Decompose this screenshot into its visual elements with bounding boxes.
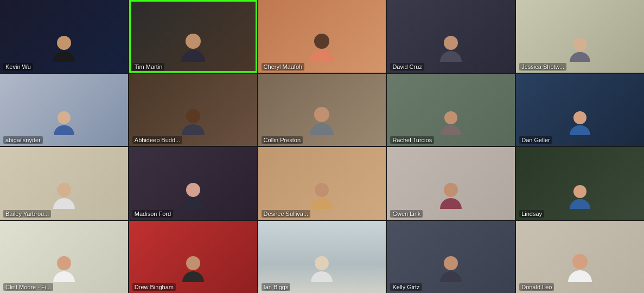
participant-name-3: Cheryl Maafoh bbox=[262, 63, 305, 71]
participant-name-19: Kelly Girtz bbox=[390, 283, 422, 291]
participant-tile-16[interactable]: Clint Moore - Fi... bbox=[0, 221, 128, 294]
participant-tile-19[interactable]: Kelly Girtz bbox=[387, 221, 515, 294]
participant-tile-20[interactable]: Donald Leo bbox=[516, 221, 644, 294]
participant-name-16: Clint Moore - Fi... bbox=[3, 283, 53, 291]
participant-name-1: Kevin Wu bbox=[3, 63, 33, 71]
participant-name-9: Rachel Turcios bbox=[390, 136, 434, 144]
participant-name-14: Gwen Link bbox=[390, 210, 423, 218]
participant-tile-9[interactable]: Rachel Turcios bbox=[387, 74, 515, 146]
participant-name-12: Madison Ford bbox=[132, 210, 173, 218]
participant-name-11: Bailey Yarbrou... bbox=[3, 210, 51, 218]
participant-name-7: Abhideep Budd... bbox=[132, 136, 182, 144]
participant-tile-5[interactable]: Jessica Shotw... bbox=[516, 0, 644, 73]
participant-tile-12[interactable]: Madison Ford bbox=[129, 147, 257, 220]
participant-name-5: Jessica Shotw... bbox=[519, 63, 566, 71]
participant-name-20: Donald Leo bbox=[519, 283, 554, 291]
participant-tile-17[interactable]: Drew Bingham bbox=[129, 221, 257, 294]
participant-tile-11[interactable]: Bailey Yarbrou... bbox=[0, 147, 128, 220]
participant-tile-15[interactable]: Lindsay bbox=[516, 147, 644, 220]
participant-tile-3[interactable]: Cheryl Maafoh bbox=[258, 0, 386, 73]
participant-name-17: Drew Bingham bbox=[132, 283, 176, 291]
participant-name-2: Tim Martin bbox=[132, 63, 165, 71]
participant-tile-6[interactable]: abigailsnyder bbox=[0, 74, 128, 146]
participant-name-10: Dan Geller bbox=[519, 136, 552, 144]
participant-name-6: abigailsnyder bbox=[3, 136, 43, 144]
participant-tile-4[interactable]: David Cruz bbox=[387, 0, 515, 73]
participant-tile-8[interactable]: Collin Preston bbox=[258, 74, 386, 146]
video-grid: Kevin WuTim MartinCheryl MaafohDavid Cru… bbox=[0, 0, 644, 293]
participant-tile-7[interactable]: Abhideep Budd... bbox=[129, 74, 257, 146]
participant-name-4: David Cruz bbox=[390, 63, 424, 71]
participant-name-15: Lindsay bbox=[519, 210, 544, 218]
participant-tile-13[interactable]: Desiree Sulliva... bbox=[258, 147, 386, 220]
participant-name-8: Collin Preston bbox=[262, 136, 303, 144]
participant-tile-14[interactable]: Gwen Link bbox=[387, 147, 515, 220]
participant-tile-10[interactable]: Dan Geller bbox=[516, 74, 644, 146]
participant-tile-18[interactable]: Ian Biggs bbox=[258, 221, 386, 294]
participant-tile-2[interactable]: Tim Martin bbox=[129, 0, 257, 73]
participant-name-13: Desiree Sulliva... bbox=[262, 210, 311, 218]
participant-name-18: Ian Biggs bbox=[262, 283, 291, 291]
participant-tile-1[interactable]: Kevin Wu bbox=[0, 0, 128, 73]
